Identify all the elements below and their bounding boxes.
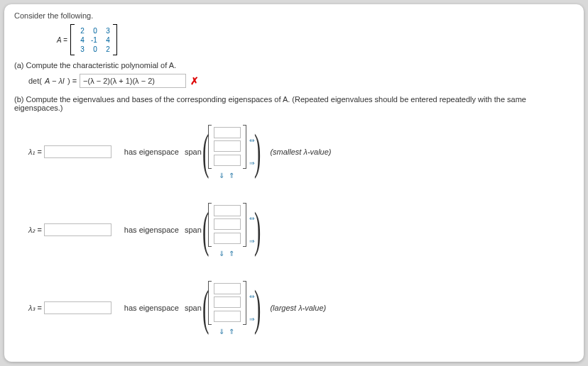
paren-left: (	[202, 127, 209, 177]
largest-hint: (largest λ-value)	[270, 304, 326, 312]
eigvec2-entry-1[interactable]	[214, 205, 241, 216]
eigvec2-entry-3[interactable]	[214, 233, 241, 244]
lambda3-label: λ₃	[28, 304, 35, 313]
lambda1-label: λ₁	[28, 148, 35, 157]
eigvec1-entry-1[interactable]	[214, 127, 241, 138]
span-text: span	[185, 226, 202, 234]
part-a: (a) Compute the characteristic polynomia…	[14, 61, 574, 88]
eigvec3-entry-2[interactable]	[214, 296, 241, 308]
span-text: span	[185, 304, 202, 312]
det-line: det(A − λI) = ✗	[28, 74, 574, 88]
characteristic-poly-input[interactable]	[80, 74, 186, 88]
eigvec3-entry-1[interactable]	[214, 283, 241, 294]
matrix-cell: 4	[103, 36, 110, 44]
paren-right: )	[254, 205, 261, 255]
eigenvector-3-wrap: ⇓ ⇑	[208, 281, 246, 336]
paren-left: (	[202, 205, 209, 255]
paren-left: (	[202, 283, 209, 333]
eigen-row-1: λ₁ = has eigenspace span ( ⇓ ⇑	[28, 116, 574, 187]
matrix-cell: 2	[103, 45, 110, 53]
lambda1-input[interactable]	[44, 145, 111, 158]
matrix-label: A =	[57, 36, 67, 44]
matrix-cell: 3	[103, 27, 110, 35]
det-post: ) =	[67, 77, 77, 85]
eigvec1-entry-3[interactable]	[214, 155, 241, 166]
eigen-row-2: λ₂ = has eigenspace span ( ⇓ ⇑	[28, 194, 574, 265]
prompt-text: Consider the following.	[14, 11, 574, 20]
has-eigenspace-text: has eigenspace	[124, 226, 179, 234]
eigvec3-entry-3[interactable]	[214, 311, 241, 322]
matrix-cell: 0	[90, 45, 97, 53]
det-pre: det(	[28, 77, 42, 85]
has-eigenspace-text: has eigenspace	[124, 304, 179, 312]
resize-vertical-icon[interactable]: ⇓ ⇑	[219, 250, 236, 257]
vec-bracket-right	[243, 281, 246, 325]
vec-bracket-right	[243, 125, 246, 169]
span-text: span	[185, 148, 202, 156]
part-b: (b) Compute the eigenvalues and bases of…	[14, 95, 574, 343]
resize-vertical-icon[interactable]: ⇓ ⇑	[219, 172, 236, 179]
paren-right: )	[254, 127, 261, 177]
eigenvector-1-wrap: ⇓ ⇑	[208, 125, 246, 179]
eigvec1-entry-2[interactable]	[214, 140, 241, 152]
part-b-label: (b) Compute the eigenvalues and bases of…	[14, 95, 574, 112]
matrix-cell: -1	[90, 36, 97, 44]
matrix-body: 2 0 3 4 -1 4 3 0 2	[75, 26, 113, 55]
matrix-cell: 0	[90, 27, 97, 35]
vec-bracket-right	[243, 203, 246, 247]
equals: =	[37, 148, 41, 156]
lambda3-input[interactable]	[44, 301, 111, 314]
part-a-label: (a) Compute the characteristic polynomia…	[14, 61, 574, 70]
matrix-definition: A = 2 0 3 4 -1 4 3 0 2	[57, 24, 574, 55]
matrix-cell: 4	[77, 36, 85, 44]
has-eigenspace-text: has eigenspace	[124, 148, 179, 156]
smallest-hint: (smallest λ-value)	[270, 148, 331, 156]
matrix-cell: 3	[77, 45, 85, 53]
det-mid: A − λI	[45, 77, 65, 85]
eigen-row-3: λ₃ = has eigenspace span ( ⇓ ⇑	[28, 272, 574, 343]
paren-right: )	[254, 283, 261, 333]
lambda2-input[interactable]	[44, 223, 111, 236]
question-panel: Consider the following. A = 2 0 3 4 -1 4…	[4, 4, 584, 362]
eigenvector-2-wrap: ⇓ ⇑	[208, 203, 246, 257]
lambda2-label: λ₂	[28, 226, 35, 235]
bracket-right	[113, 24, 117, 55]
equals: =	[37, 304, 41, 312]
equals: =	[37, 226, 41, 234]
bracket-left	[70, 24, 75, 55]
incorrect-mark-icon: ✗	[190, 75, 199, 87]
eigvec2-entry-2[interactable]	[214, 218, 241, 230]
resize-vertical-icon[interactable]: ⇓ ⇑	[219, 328, 236, 336]
matrix-cell: 2	[77, 27, 85, 35]
